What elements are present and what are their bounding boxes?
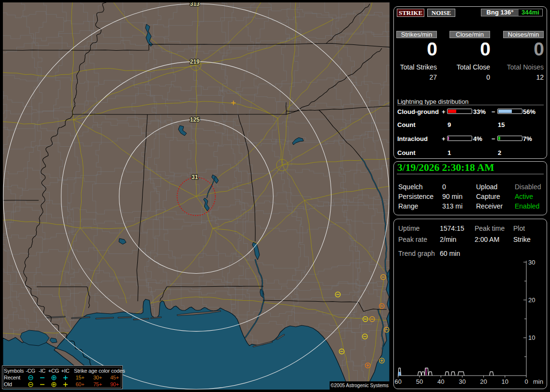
- legend-age-header: Strike age color codes: [71, 367, 123, 374]
- ic-positive-bar: [447, 136, 472, 141]
- status-row: Range313 miReceiverEnabled: [394, 202, 547, 212]
- age-code: 15+: [71, 374, 89, 381]
- x-tick-label: 50: [416, 378, 423, 385]
- minus-sign: −: [492, 135, 495, 142]
- trend-trace: [418, 372, 421, 376]
- total-close-value: 0: [449, 73, 490, 81]
- noises-per-min-label: Noises/min: [503, 31, 544, 38]
- status-row: Squelch0UploadDisabled: [394, 183, 547, 193]
- ic-minus-icon: [40, 382, 45, 387]
- status-row: Persistence90 minCaptureActive: [394, 193, 547, 202]
- status-label: Squelch: [398, 183, 423, 191]
- round-island: [118, 317, 131, 318]
- distribution-title: Lightning type distribution: [397, 98, 468, 105]
- map-legend: Symbols -CG -IC +CG +IC Strike age color…: [2, 365, 123, 389]
- cg-plus-icon: [51, 375, 57, 380]
- ic-count-label: Count: [397, 149, 416, 156]
- nexstorm-window: 31125219313 Symbols -CG -IC +CG +IC Stri…: [0, 0, 550, 392]
- cg-plus-icon: [51, 382, 57, 387]
- range-ring-label: 125: [190, 116, 200, 123]
- strike-counters-panel: STRIKE NOISE Bng 136° 344mi Strikes/min …: [393, 6, 547, 159]
- bearing-range-value: 344mi: [519, 9, 542, 16]
- trend-trace: [429, 372, 433, 376]
- trend-panel: Uptime1574:15Peak timePlotPeak rate2/min…: [393, 219, 547, 389]
- status-value: Disabled: [515, 183, 541, 191]
- intracloud-row: Intracloud + 4% − 7%: [397, 135, 544, 142]
- y-tick-label: 30: [528, 259, 535, 266]
- intracloud-count-row: Count 1 2: [397, 149, 544, 156]
- noises-per-min-value: 0: [503, 40, 544, 59]
- range-ring-label: 31: [191, 174, 198, 181]
- strike-mode-button[interactable]: STRIKE: [397, 9, 424, 17]
- cloud-ground-row: Cloud-ground + 33% − 56%: [397, 108, 544, 115]
- legend-symbol-cell: [48, 381, 59, 388]
- legend-symbol-cell: [48, 374, 59, 381]
- cg-negative-count: 15: [498, 121, 505, 128]
- cloud-ground-count-row: Count 9 15: [397, 121, 544, 128]
- age-code: 60+: [71, 381, 89, 388]
- status-value: 0: [442, 183, 446, 191]
- strikes-per-min-value: 0: [396, 40, 437, 59]
- total-noises-value: 12: [503, 73, 544, 81]
- legend-row: Recent15+30+45+: [2, 374, 123, 381]
- bearing-label: Bng 136°: [481, 9, 519, 16]
- total-strikes-value: 27: [396, 73, 437, 81]
- status-label: Capture: [476, 193, 500, 200]
- status-value: 313 mi: [442, 202, 463, 210]
- minus-sign: −: [492, 108, 495, 115]
- x-tick-label: 0: [524, 378, 528, 385]
- strikes-counter: Strikes/min 0 Total Strikes 27: [396, 31, 437, 103]
- status-label: Range: [398, 202, 418, 210]
- age-code: 30+: [89, 374, 106, 381]
- copyright-text: ©2005 Astrogenic Systems: [330, 381, 390, 391]
- strikes-per-min-label: Strikes/min: [396, 31, 437, 38]
- legend-row-label: Recent: [2, 374, 25, 381]
- cg-positive-percent: 33%: [473, 108, 486, 115]
- cloud-ground-label: Cloud-ground: [397, 108, 439, 115]
- noise-mode-button[interactable]: NOISE: [427, 9, 455, 17]
- legend-col-pos-cg: +CG: [48, 367, 59, 374]
- lightning-map[interactable]: 31125219313 Symbols -CG -IC +CG +IC Stri…: [3, 2, 390, 390]
- x-tick-label: 20: [480, 378, 487, 385]
- cg-negative-bar: [497, 109, 522, 114]
- trend-graph: 1020306050403020100min: [394, 219, 547, 389]
- status-value: Active: [515, 193, 533, 200]
- distribution-divider: [397, 105, 544, 105]
- trend-trace: [421, 372, 425, 376]
- intracloud-label: Intracloud: [397, 135, 428, 142]
- trend-trace: [445, 372, 449, 376]
- x-tick-label: 60: [395, 378, 402, 385]
- plus-sign: +: [442, 108, 446, 115]
- datetime-display: 3/19/2026 2:30:18 AM: [397, 162, 494, 173]
- legend-symbol-cell: [36, 381, 48, 388]
- x-tick-label: 10: [502, 378, 508, 385]
- status-label: Persistence: [398, 193, 434, 200]
- close-per-min-value: 0: [449, 40, 490, 59]
- close-per-min-label: Close/min: [449, 31, 490, 38]
- cg-positive-count: 9: [448, 121, 451, 128]
- ic-negative-bar: [497, 136, 522, 141]
- ic-negative-percent: 7%: [523, 135, 532, 142]
- legend-symbol-cell: [59, 381, 71, 388]
- legend-symbol-cell: [25, 374, 36, 381]
- legend-symbol-cell: [59, 374, 71, 381]
- age-code: 90+: [106, 381, 123, 388]
- y-tick-label: 10: [528, 334, 535, 341]
- x-axis-unit-label: min: [533, 378, 543, 385]
- legend-row-label: Old: [2, 381, 25, 388]
- trend-trace: [451, 372, 455, 376]
- trend-trace: [490, 372, 493, 376]
- status-value: 90 min: [442, 193, 463, 200]
- ic-minus-icon: [40, 375, 45, 380]
- ic-positive-percent: 4%: [473, 135, 482, 142]
- trend-trace: [425, 368, 429, 376]
- y-tick-label: 20: [528, 296, 535, 304]
- close-counter: Close/min 0 Total Close 0: [449, 31, 490, 103]
- legend-symbol-cell: [36, 374, 48, 381]
- cg-count-label: Count: [397, 121, 416, 128]
- bearing-indicator: Bng 136° 344mi: [481, 9, 543, 16]
- total-strikes-label: Total Strikes: [396, 63, 437, 71]
- legend-row: Old60+75+90+: [2, 381, 123, 388]
- legend-col-pos-ic: +IC: [59, 367, 71, 374]
- state-border-ga-nc: [286, 102, 287, 114]
